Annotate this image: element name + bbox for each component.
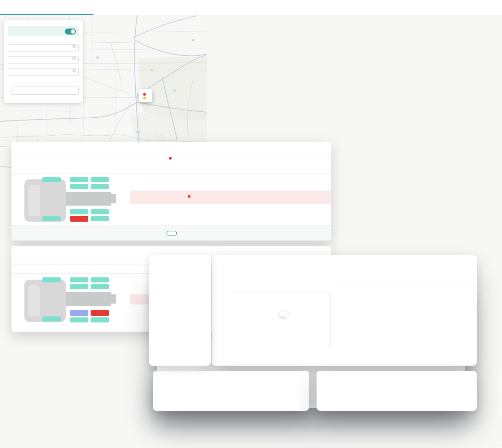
psi-badge-critical[interactable]: [70, 216, 88, 222]
psi-badge-critical[interactable]: [91, 310, 109, 316]
vehicle-card-footer: [12, 225, 331, 241]
cost-table: [336, 281, 472, 286]
truck-hood: [28, 185, 40, 216]
tire-right-front[interactable]: [42, 216, 61, 221]
fleet-name-input[interactable]: [8, 56, 79, 64]
tire-cost-analysis-card: [212, 255, 477, 366]
tire-left-drive[interactable]: [91, 284, 109, 289]
tire-right-drive[interactable]: [70, 317, 88, 322]
issues-table-header: [130, 179, 331, 191]
truck-hood: [28, 285, 40, 316]
map-tabs: [0, 0, 502, 15]
chart-tooltip: [280, 312, 287, 316]
issue-type-row: [8, 86, 79, 95]
tire-left-drive[interactable]: [70, 184, 88, 189]
issues-toggle[interactable]: [65, 29, 76, 34]
tire-recommendations-card: [317, 371, 477, 411]
map-tooltip-okc: [139, 89, 152, 102]
tire-left-drive[interactable]: [70, 284, 88, 289]
search-icon: [72, 69, 76, 73]
tire-left-drive[interactable]: [91, 177, 109, 182]
truck-chassis: [66, 292, 111, 306]
tire-wear-insights-card: [153, 371, 309, 411]
tire-left-front[interactable]: [42, 277, 61, 282]
tire-right-drive[interactable]: [91, 209, 109, 214]
issue-type-select[interactable]: [12, 86, 79, 95]
vehicle-group-input[interactable]: [8, 68, 79, 76]
search-icon: [72, 57, 76, 61]
issues-toggle-row: [8, 26, 79, 36]
truck-hitch: [111, 294, 116, 304]
critical-dot-icon: [169, 157, 172, 160]
tire-right-drive[interactable]: [91, 216, 109, 221]
go-to-vehicle-details-button[interactable]: [167, 231, 177, 235]
tire-left-drive[interactable]: [70, 177, 88, 182]
issue-cell: [188, 195, 193, 198]
bar-chart-plot: [232, 292, 331, 348]
analytics-dashboard: [145, 255, 477, 412]
truck-cab: [24, 280, 66, 322]
issue-row[interactable]: [130, 191, 331, 204]
tire-models-card: [149, 255, 211, 366]
tire-left-front[interactable]: [42, 177, 61, 182]
truck-cab: [24, 179, 66, 222]
major-dot-icon: [143, 97, 146, 99]
truck-chassis: [66, 192, 111, 206]
filters-panel: [4, 20, 83, 103]
truck-hitch: [111, 194, 116, 203]
cost-table-header: [336, 281, 472, 286]
search-icon: [72, 45, 76, 49]
tire-right-drive[interactable]: [91, 317, 109, 322]
vehicle-card-2436: [12, 142, 331, 241]
truck-diagram: [12, 246, 131, 332]
critical-dot-icon: [143, 93, 146, 96]
psi-badge-warning[interactable]: [70, 310, 88, 316]
tire-left-drive[interactable]: [91, 277, 109, 282]
tire-right-front[interactable]: [42, 316, 61, 322]
tire-left-drive[interactable]: [70, 277, 88, 282]
issues-table: [130, 179, 331, 204]
fleet-vehicle-id-input[interactable]: [8, 44, 79, 52]
critical-dot-icon: [188, 195, 190, 198]
tire-left-drive[interactable]: [91, 184, 109, 189]
page: [0, 0, 502, 448]
tire-right-drive[interactable]: [70, 209, 88, 214]
